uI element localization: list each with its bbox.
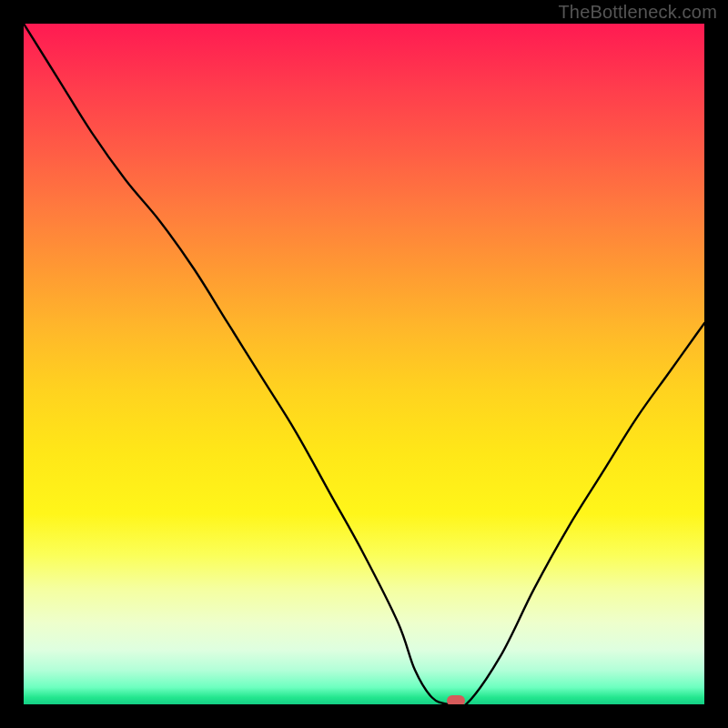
- watermark-text: TheBottleneck.com: [558, 2, 717, 23]
- optimum-marker: [447, 695, 465, 704]
- chart-frame: TheBottleneck.com: [0, 0, 728, 728]
- plot-area: [24, 24, 704, 704]
- bottleneck-curve: [24, 24, 704, 704]
